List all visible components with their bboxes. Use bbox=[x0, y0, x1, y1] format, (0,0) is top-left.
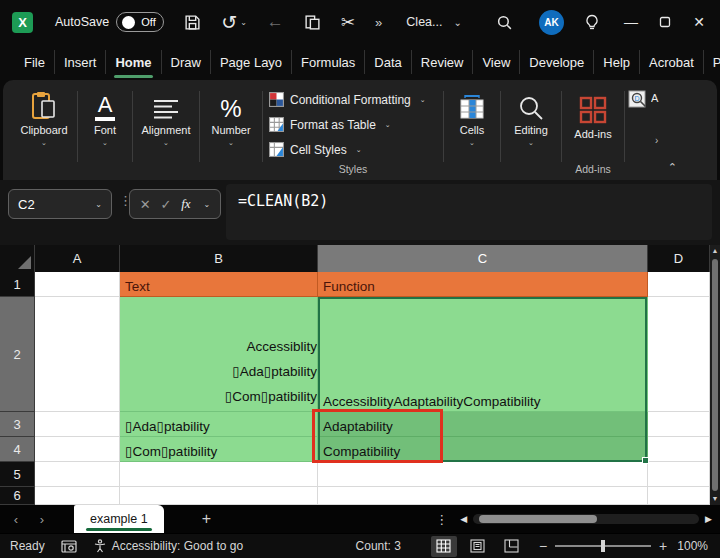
undo-chevron-icon[interactable]: ⌄ bbox=[240, 18, 247, 27]
paste-icon[interactable] bbox=[304, 14, 321, 31]
tab-overflow-icon[interactable]: ⋮ bbox=[435, 512, 448, 527]
cell-b4[interactable]: ▯Com▯patibility bbox=[120, 437, 318, 462]
scroll-up-icon[interactable]: ▲ bbox=[712, 245, 719, 257]
tab-formulas[interactable]: Formulas bbox=[292, 50, 365, 74]
cell-c6[interactable] bbox=[318, 487, 648, 505]
alignment-group-button[interactable]: Alignment ⌄ bbox=[135, 87, 197, 180]
title-chevron-icon[interactable]: ⌄ bbox=[453, 17, 461, 28]
undo-icon[interactable]: ↺⌄ bbox=[221, 11, 247, 34]
row-header-2[interactable]: 2 bbox=[0, 297, 35, 412]
cell-a2[interactable] bbox=[35, 297, 120, 412]
column-header-b[interactable]: B bbox=[120, 245, 318, 272]
addins-group[interactable]: Add-ins Add-ins bbox=[564, 87, 622, 180]
autosave-control[interactable]: AutoSave Off bbox=[55, 12, 164, 32]
tab-data[interactable]: Data bbox=[365, 50, 411, 74]
save-icon[interactable] bbox=[184, 14, 201, 31]
zoom-slider-thumb[interactable] bbox=[601, 540, 605, 552]
name-box[interactable]: C2 ⌄ bbox=[8, 189, 112, 219]
scroll-right-icon[interactable]: ▶ bbox=[705, 514, 712, 524]
fill-handle[interactable] bbox=[642, 457, 649, 464]
cell-d5[interactable] bbox=[648, 462, 710, 487]
tab-insert[interactable]: Insert bbox=[55, 50, 107, 74]
scroll-left-icon[interactable]: ◀ bbox=[460, 514, 467, 524]
row-header-4[interactable]: 4 bbox=[0, 437, 35, 462]
cut-icon[interactable]: ✂ bbox=[341, 12, 355, 33]
cell-b2[interactable]: Accessiblity ▯Ada▯ptability ▯Com▯patibil… bbox=[120, 297, 318, 412]
analyze-data-icon[interactable]: D bbox=[627, 89, 649, 115]
vertical-scrollbar[interactable]: ▲ ▼ bbox=[710, 245, 720, 505]
accessibility-status[interactable]: Accessibility: Good to go bbox=[93, 539, 243, 553]
horizontal-scroll-track[interactable] bbox=[473, 514, 699, 524]
clipboard-group-button[interactable]: Clipboard ⌄ bbox=[13, 87, 75, 180]
tab-power-pivot[interactable]: Power Piv bbox=[704, 50, 720, 74]
row-header-5[interactable]: 5 bbox=[0, 462, 35, 487]
column-header-a[interactable]: A bbox=[35, 245, 120, 272]
account-avatar[interactable]: AK bbox=[539, 10, 564, 35]
cell-a5[interactable] bbox=[35, 462, 120, 487]
minimize-button[interactable]: — bbox=[614, 5, 648, 39]
cell-a1[interactable] bbox=[35, 272, 120, 297]
cell-a3[interactable] bbox=[35, 412, 120, 437]
format-as-table-button[interactable]: Format as Table ⌄ bbox=[269, 112, 441, 137]
row-header-3[interactable]: 3 bbox=[0, 412, 35, 437]
add-sheet-button[interactable]: + bbox=[202, 510, 211, 528]
sheet-prev-icon[interactable]: ‹ bbox=[0, 512, 32, 527]
horizontal-scrollbar[interactable]: ◀ ▶ bbox=[460, 514, 712, 524]
lightbulb-icon[interactable] bbox=[584, 14, 600, 31]
ribbon-expand-icon[interactable]: › bbox=[655, 135, 658, 146]
vertical-scroll-thumb[interactable] bbox=[712, 259, 718, 491]
zoom-slider[interactable] bbox=[555, 545, 651, 547]
tab-view[interactable]: View bbox=[473, 50, 520, 74]
maximize-button[interactable] bbox=[648, 5, 682, 39]
cells-group-button[interactable]: Cells ⌄ bbox=[446, 87, 498, 180]
page-break-preview-button[interactable] bbox=[499, 536, 525, 557]
scroll-down-icon[interactable]: ▼ bbox=[712, 493, 719, 505]
tab-help[interactable]: Help bbox=[594, 50, 640, 74]
formula-input[interactable]: =CLEAN(B2) bbox=[226, 184, 712, 240]
row-header-6[interactable]: 6 bbox=[0, 487, 35, 505]
tab-page-layout[interactable]: Page Layo bbox=[211, 50, 292, 74]
autosave-toggle[interactable]: Off bbox=[116, 12, 164, 32]
normal-view-button[interactable] bbox=[431, 536, 457, 557]
zoom-in-button[interactable]: + bbox=[659, 538, 667, 554]
tab-draw[interactable]: Draw bbox=[162, 50, 211, 74]
macro-record-icon[interactable] bbox=[61, 540, 77, 553]
cell-b6[interactable] bbox=[120, 487, 318, 505]
select-all-button[interactable] bbox=[0, 245, 35, 272]
page-layout-view-button[interactable] bbox=[465, 536, 491, 557]
more-commands-icon[interactable]: » bbox=[375, 15, 382, 30]
cell-c2[interactable]: AccessiblityAdaptabilityCompatibility bbox=[318, 297, 648, 412]
excel-logo-icon[interactable]: X bbox=[12, 12, 33, 33]
tab-acrobat[interactable]: Acrobat bbox=[640, 50, 704, 74]
insert-function-icon[interactable]: fx bbox=[181, 196, 190, 212]
cell-a6[interactable] bbox=[35, 487, 120, 505]
cell-d6[interactable] bbox=[648, 487, 710, 505]
cell-d4[interactable] bbox=[648, 437, 710, 462]
font-group-button[interactable]: A Font ⌄ bbox=[80, 87, 130, 180]
sheet-tab-active[interactable]: example 1 bbox=[74, 505, 164, 533]
tab-developer[interactable]: Develope bbox=[520, 50, 594, 74]
zoom-out-button[interactable]: − bbox=[539, 538, 547, 554]
document-title[interactable]: Clea... ⌄ bbox=[406, 15, 462, 29]
name-box-chevron-icon[interactable]: ⌄ bbox=[95, 200, 102, 209]
conditional-formatting-button[interactable]: Conditional Formatting ⌄ bbox=[269, 87, 441, 112]
cell-b5[interactable] bbox=[120, 462, 318, 487]
confirm-entry-icon[interactable]: ✓ bbox=[161, 197, 172, 212]
number-group-button[interactable]: % Number ⌄ bbox=[202, 87, 260, 180]
cell-c1[interactable]: Function bbox=[318, 272, 648, 297]
row-header-1[interactable]: 1 bbox=[0, 272, 35, 297]
tab-review[interactable]: Review bbox=[412, 50, 474, 74]
column-header-c[interactable]: C bbox=[318, 245, 648, 272]
horizontal-scroll-thumb[interactable] bbox=[479, 515, 597, 523]
cell-b1[interactable]: Text bbox=[120, 272, 318, 297]
cell-a4[interactable] bbox=[35, 437, 120, 462]
cell-c5[interactable] bbox=[318, 462, 648, 487]
zoom-level[interactable]: 100% bbox=[677, 539, 708, 553]
close-button[interactable]: ✕ bbox=[682, 5, 716, 39]
fx-chevron-icon[interactable]: ⌄ bbox=[203, 200, 210, 209]
search-icon[interactable] bbox=[496, 14, 513, 31]
cell-b3[interactable]: ▯Ada▯ptability bbox=[120, 412, 318, 437]
ribbon-collapse-icon[interactable]: ⌃ bbox=[668, 161, 677, 174]
column-header-d[interactable]: D bbox=[648, 245, 710, 272]
cell-d3[interactable] bbox=[648, 412, 710, 437]
